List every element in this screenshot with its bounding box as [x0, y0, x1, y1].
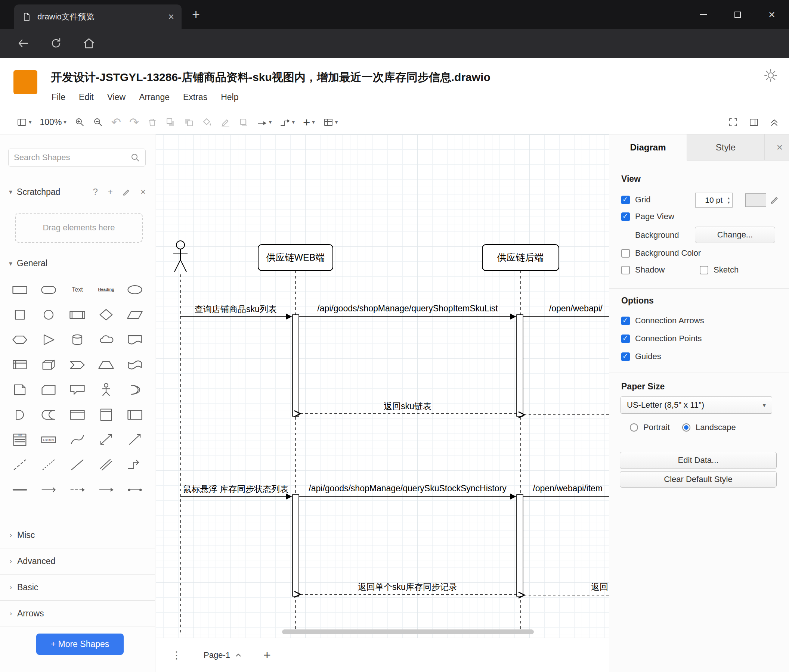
page-tab[interactable]: Page-1	[193, 639, 252, 672]
shape-horizontal-arrow[interactable]	[92, 477, 121, 502]
change-background-button[interactable]: Change...	[695, 227, 775, 243]
connection-points-checkbox[interactable]	[621, 334, 630, 343]
shape-list-item[interactable]: List Item	[34, 427, 63, 452]
edit-data-button[interactable]: Edit Data...	[620, 452, 777, 469]
grid-size-spinner[interactable]: ▴▾	[725, 193, 732, 207]
shape-dotted-line[interactable]	[34, 452, 63, 477]
menu-edit[interactable]: Edit	[79, 92, 94, 102]
shape-triangle[interactable]	[34, 327, 63, 352]
activation-bar[interactable]	[292, 495, 299, 596]
menu-file[interactable]: File	[51, 92, 65, 102]
landscape-radio[interactable]	[682, 424, 690, 432]
scratchpad-help-icon[interactable]: ?	[93, 187, 98, 197]
menu-view[interactable]: View	[107, 92, 126, 102]
shape-square[interactable]	[5, 302, 34, 327]
scratchpad-close-icon[interactable]: ×	[141, 187, 146, 197]
format-panel-toggle-icon[interactable]	[749, 117, 759, 127]
tab-close-icon[interactable]: ×	[168, 12, 174, 22]
shape-dashed-arrow[interactable]	[63, 477, 91, 502]
back-icon[interactable]	[16, 37, 30, 50]
line-color-button[interactable]	[216, 117, 235, 127]
shape-document[interactable]	[121, 327, 149, 352]
shape-horizontal-container[interactable]	[121, 402, 149, 427]
tab-diagram[interactable]: Diagram	[609, 134, 687, 161]
browser-tab[interactable]: drawio文件预览 ×	[14, 5, 182, 29]
shape-cube[interactable]	[34, 352, 63, 377]
new-tab-button[interactable]: +	[192, 7, 200, 22]
horizontal-scrollbar[interactable]	[282, 629, 534, 634]
scratchpad-edit-icon[interactable]	[123, 188, 131, 196]
zoom-out-button[interactable]	[89, 117, 107, 127]
connection-arrows-checkbox[interactable]	[621, 317, 630, 325]
shape-or[interactable]	[121, 377, 149, 402]
activation-bar[interactable]	[292, 315, 299, 416]
shape-step[interactable]	[63, 352, 91, 377]
section-basic-header[interactable]: › Basic	[0, 574, 155, 600]
menu-arrange[interactable]: Arrange	[139, 92, 169, 102]
view-layout-button[interactable]: ▾	[13, 117, 36, 127]
section-general-header[interactable]: ▾ General	[9, 258, 48, 268]
search-input[interactable]: Search Shapes	[8, 148, 146, 167]
pages-menu-icon[interactable]: ⋮	[171, 649, 182, 661]
section-advanced-header[interactable]: › Advanced	[0, 548, 155, 574]
add-page-button[interactable]: +	[264, 648, 271, 662]
tab-style[interactable]: Style	[687, 134, 765, 161]
more-shapes-button[interactable]: + More Shapes	[36, 634, 124, 655]
activation-bar[interactable]	[517, 495, 523, 596]
menu-extras[interactable]: Extras	[183, 92, 207, 102]
shape-rounded-rectangle[interactable]	[34, 277, 63, 302]
window-close-button[interactable]: ×	[755, 0, 789, 29]
shape-parallelogram[interactable]	[121, 302, 149, 327]
redo-button[interactable]: ↷	[125, 116, 143, 128]
shape-data-storage[interactable]	[34, 402, 63, 427]
shape-dashed-line[interactable]	[5, 452, 34, 477]
grid-checkbox[interactable]	[621, 196, 630, 204]
shape-line[interactable]	[63, 452, 91, 477]
format-panel-close-icon[interactable]: ×	[777, 142, 783, 153]
shape-tape[interactable]	[121, 352, 149, 377]
window-minimize-button[interactable]	[686, 0, 720, 29]
shape-curve[interactable]	[63, 427, 91, 452]
shape-hexagon[interactable]	[5, 327, 34, 352]
shape-ellipse[interactable]	[121, 277, 149, 302]
search-icon[interactable]	[130, 153, 140, 162]
shape-directional-connector[interactable]	[34, 477, 63, 502]
delete-button[interactable]	[143, 117, 161, 127]
background-color-checkbox[interactable]	[621, 249, 630, 258]
collapse-toolbar-icon[interactable]	[769, 117, 779, 127]
scratchpad-header[interactable]: ▾ Scratchpad ? + ×	[9, 187, 146, 197]
paper-size-select[interactable]: US-Letter (8,5" x 11") ▾	[621, 397, 772, 414]
shape-heading[interactable]: Heading	[92, 277, 121, 302]
grid-color-edit-icon[interactable]	[770, 195, 779, 205]
shape-actor[interactable]	[92, 377, 121, 402]
waypoint-style-dropdown[interactable]: ▾	[276, 117, 299, 127]
actor-figure[interactable]	[173, 241, 187, 272]
grid-color-swatch[interactable]	[745, 193, 766, 207]
shape-trapezoid[interactable]	[92, 352, 121, 377]
sketch-checkbox[interactable]	[700, 266, 708, 274]
shape-bidirectional-arrow[interactable]	[92, 427, 121, 452]
section-arrows-header[interactable]: › Arrows	[0, 600, 155, 626]
shape-internal-storage[interactable]	[5, 352, 34, 377]
shape-process[interactable]	[63, 302, 91, 327]
shape-cloud[interactable]	[92, 327, 121, 352]
window-maximize-button[interactable]	[720, 0, 755, 29]
fullscreen-icon[interactable]	[728, 117, 738, 127]
insert-dropdown[interactable]: +▾	[299, 116, 319, 129]
shape-vertical-container[interactable]	[92, 402, 121, 427]
shape-rectangle[interactable]	[5, 277, 34, 302]
activation-bar[interactable]	[517, 315, 523, 416]
shape-cylinder[interactable]	[63, 327, 91, 352]
shape-horizontal-elbow[interactable]	[121, 452, 149, 477]
shape-list[interactable]: List	[5, 427, 34, 452]
portrait-option[interactable]: Portrait	[630, 423, 670, 432]
scratchpad-drop-area[interactable]: Drag elements here	[15, 213, 143, 243]
undo-button[interactable]: ↶	[107, 116, 125, 128]
table-dropdown[interactable]: ▾	[319, 117, 342, 127]
clear-default-style-button[interactable]: Clear Default Style	[620, 471, 777, 487]
landscape-option[interactable]: Landscape	[682, 423, 736, 432]
theme-toggle-icon[interactable]	[763, 68, 778, 83]
fill-color-button[interactable]	[198, 117, 216, 127]
grid-size-input[interactable]: 10 pt ▴▾	[695, 193, 733, 207]
sequence-diagram[interactable]: 供应链WEB端 供应链后端 查询店铺商品sku列表 /api/goods/sho…	[156, 134, 609, 638]
